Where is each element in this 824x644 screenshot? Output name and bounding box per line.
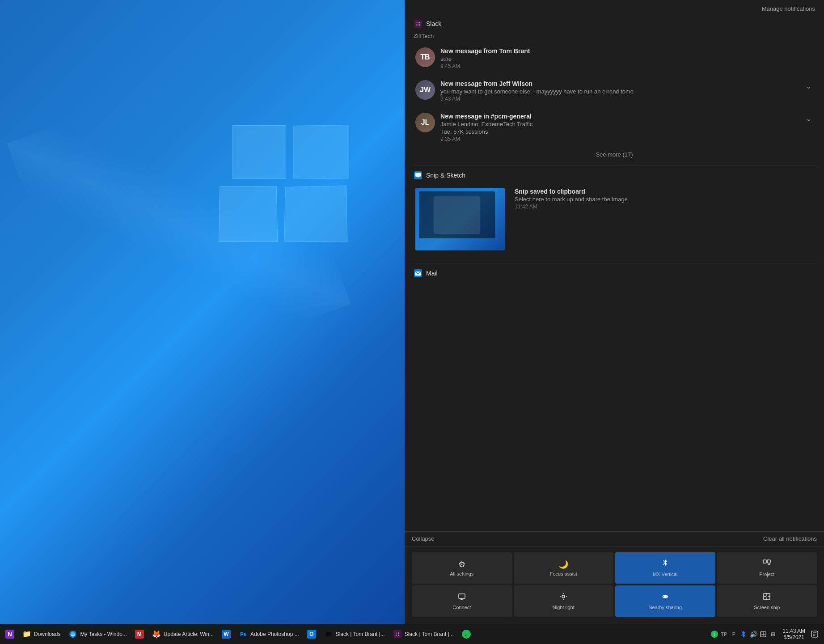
collapse-pcm-btn[interactable]: ⌄	[804, 113, 813, 125]
svg-point-1	[416, 22, 418, 23]
taskbar-firefox[interactable]: 🦊 Update Article: Win...	[148, 625, 217, 643]
snip-app-icon	[414, 171, 423, 180]
slack-notification-group: Slack ZiffTech TB New message from Tom B…	[412, 16, 817, 161]
slack-taskbar-icon	[393, 630, 402, 639]
taskbar-downloads[interactable]: 📁 Downloads	[19, 625, 64, 643]
taskbar-mail[interactable]: ✉ Slack | Tom Brant |...	[321, 625, 389, 643]
folder-icon: 📁	[22, 630, 31, 639]
bluetooth-icon	[662, 559, 669, 570]
mail-notification-group: Mail	[412, 265, 817, 280]
notification-panel: Manage notifications Slack ZiffTech	[405, 0, 824, 624]
notif-content-snip: Snip saved to clipboard Select here to m…	[510, 188, 813, 210]
system-tray: ♪ TP P 🔊 ⊞ 11:43 AM 5/5/2021	[711, 628, 822, 640]
connect-icon	[458, 593, 466, 603]
edge-icon	[68, 630, 77, 639]
qs-mx-vertical-label: MX Vertical	[653, 572, 678, 577]
tray-network-icon[interactable]	[759, 630, 767, 638]
svg-point-3	[416, 24, 418, 25]
notif-body-pcm: Jamie Lendino: ExtremeTech Traffic	[440, 121, 799, 127]
notif-body2-pcm: Tue: 57K sessions	[440, 128, 799, 135]
quick-settings-grid: ⚙ All settings 🌙 Focus assist MX Vertica…	[412, 552, 817, 617]
notif-content-pcm: New message in #pcm-general Jamie Lendin…	[440, 113, 799, 142]
clear-all-notifications-button[interactable]: Clear all notifications	[763, 535, 817, 542]
qs-focus-assist[interactable]: 🌙 Focus assist	[514, 552, 614, 584]
mail-label: Slack | Tom Brant |...	[336, 631, 385, 637]
qs-all-settings[interactable]: ⚙ All settings	[412, 552, 512, 584]
qs-night-light-label: Night light	[553, 605, 575, 610]
snip-thumbnail	[415, 188, 505, 250]
notification-action-bar: Collapse Clear all notifications	[405, 531, 824, 547]
clock-time: 11:43 AM	[782, 628, 805, 634]
avatar-jamie: JL	[415, 113, 435, 132]
tray-volume-icon[interactable]: 🔊	[749, 630, 757, 638]
see-more-button[interactable]: See more (17)	[412, 148, 817, 161]
avatar-jeff: JW	[415, 80, 435, 100]
notif-body-tom: sure	[440, 55, 813, 62]
taskbar-gmail[interactable]: M	[131, 625, 148, 643]
tray-p-icon[interactable]: P	[730, 630, 738, 638]
slack-taskbar-label: Slack | Tom Brant |...	[405, 631, 454, 637]
notification-center-icon[interactable]	[811, 630, 819, 638]
taskbar-word[interactable]: W	[218, 625, 234, 643]
mail-app-icon	[414, 269, 423, 278]
qs-project[interactable]: Project	[717, 552, 817, 584]
notif-body-snip: Select here to mark up and share the ima…	[515, 196, 813, 203]
taskbar-photoshop[interactable]: Ps Adobe Photoshop ...	[235, 625, 303, 643]
snip-sketch-group: Snip & Sketch Snip saved to clipboard Se…	[412, 167, 817, 259]
divider-1	[412, 165, 817, 165]
svg-rect-14	[459, 594, 465, 598]
taskbar-spotify[interactable]: ♪	[458, 625, 474, 643]
collapse-jeff-btn[interactable]: ⌄	[804, 80, 813, 92]
notification-scroll-area[interactable]: Slack ZiffTech TB New message from Tom B…	[405, 16, 824, 531]
photoshop-label: Adobe Photoshop ...	[250, 631, 299, 637]
qs-focus-assist-label: Focus assist	[550, 571, 577, 577]
mail-icon: ✉	[324, 630, 333, 639]
notif-body-jeff: you may want to get someone else, i mayy…	[440, 88, 799, 95]
notification-item-pcm[interactable]: JL New message in #pcm-general Jamie Len…	[412, 107, 817, 148]
outlook-icon: O	[307, 630, 316, 639]
taskbar: N 📁 Downloads My Tasks - Windo... M 🦊 Up…	[0, 624, 824, 644]
svg-rect-11	[767, 560, 770, 563]
edge-label: My Tasks - Windo...	[80, 631, 127, 637]
gmail-icon: M	[135, 630, 144, 639]
manage-notifications-link[interactable]: Manage notifications	[762, 5, 815, 12]
collapse-button[interactable]: Collapse	[412, 535, 435, 542]
nearby-sharing-icon	[661, 593, 669, 603]
svg-rect-10	[763, 560, 766, 563]
taskbar-onenote[interactable]: N	[2, 625, 18, 643]
svg-rect-6	[415, 173, 421, 177]
qs-night-light[interactable]: Night light	[514, 585, 614, 617]
tray-tp-icon[interactable]: TP	[720, 630, 728, 638]
taskbar-edge[interactable]: My Tasks - Windo...	[65, 625, 130, 643]
notif-content-tom: New message from Tom Brant sure 9:45 AM	[440, 47, 813, 69]
qs-project-label: Project	[759, 572, 774, 577]
qs-mx-vertical[interactable]: MX Vertical	[615, 552, 715, 584]
qs-screen-snip[interactable]: Screen snip	[717, 585, 817, 617]
notif-title-pcm: New message in #pcm-general	[440, 113, 799, 120]
tray-spotify-icon[interactable]: ♪	[711, 631, 718, 638]
qs-all-settings-label: All settings	[450, 571, 473, 577]
svg-point-33	[398, 635, 399, 636]
taskbar-slack[interactable]: Slack | Tom Brant |...	[389, 625, 457, 643]
notif-title-snip: Snip saved to clipboard	[515, 188, 813, 195]
gear-icon: ⚙	[458, 559, 465, 569]
notification-item-tom[interactable]: TB New message from Tom Brant sure 9:45 …	[412, 42, 817, 75]
notification-item-snip[interactable]: Snip saved to clipboard Select here to m…	[412, 182, 817, 259]
clock-date: 5/5/2021	[783, 634, 804, 640]
tray-bluetooth-icon[interactable]	[739, 630, 748, 638]
svg-rect-0	[414, 20, 422, 28]
onenote-icon: N	[5, 630, 14, 639]
taskbar-outlook[interactable]: O	[304, 625, 320, 643]
slack-workspace-label: ZiffTech	[412, 31, 817, 42]
svg-point-31	[398, 632, 399, 634]
windows-logo	[215, 125, 358, 250]
firefox-label: Update Article: Win...	[164, 631, 214, 637]
clock-area[interactable]: 11:43 AM 5/5/2021	[779, 628, 809, 640]
notif-title-jeff: New message from Jeff Wilson	[440, 80, 799, 87]
tray-battery-icon[interactable]: ⊞	[769, 630, 777, 638]
notification-item-jeff[interactable]: JW New message from Jeff Wilson you may …	[412, 75, 817, 107]
notif-time-jeff: 9:43 AM	[440, 96, 799, 102]
qs-nearby-sharing[interactable]: Nearby sharing	[615, 585, 715, 617]
qs-connect[interactable]: Connect	[412, 585, 512, 617]
svg-rect-29	[393, 630, 401, 638]
